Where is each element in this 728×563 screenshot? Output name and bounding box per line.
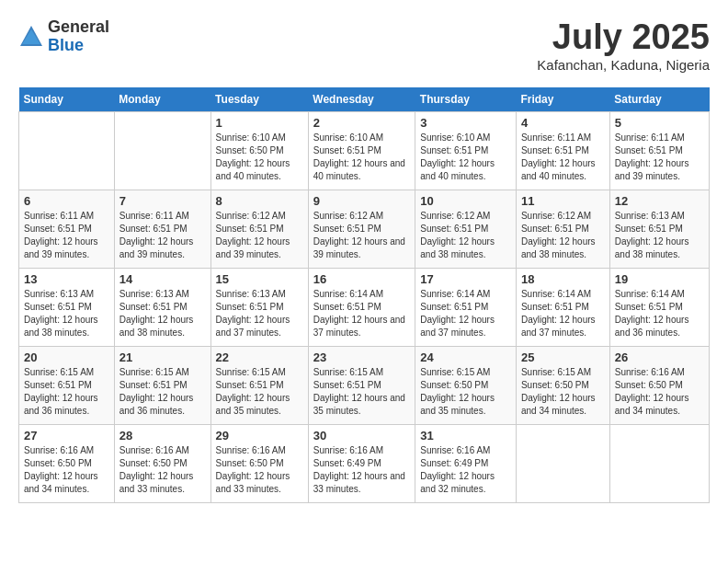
week-row-1: 1Sunrise: 6:10 AMSunset: 6:50 PMDaylight…	[19, 111, 710, 190]
day-info: Sunrise: 6:14 AMSunset: 6:51 PMDaylight:…	[615, 288, 704, 339]
day-info: Sunrise: 6:16 AMSunset: 6:49 PMDaylight:…	[313, 444, 410, 496]
day-number: 15	[216, 272, 303, 286]
week-row-5: 27Sunrise: 6:16 AMSunset: 6:50 PMDayligh…	[19, 424, 710, 502]
day-info: Sunrise: 6:12 AMSunset: 6:51 PMDaylight:…	[313, 210, 410, 261]
day-number: 6	[24, 194, 109, 208]
calendar-cell	[114, 111, 210, 190]
calendar-cell: 11Sunrise: 6:12 AMSunset: 6:51 PMDayligh…	[516, 190, 609, 268]
calendar-cell: 17Sunrise: 6:14 AMSunset: 6:51 PMDayligh…	[415, 268, 517, 346]
calendar-cell: 12Sunrise: 6:13 AMSunset: 6:51 PMDayligh…	[609, 190, 709, 268]
calendar-cell: 29Sunrise: 6:16 AMSunset: 6:50 PMDayligh…	[210, 424, 308, 502]
calendar-cell: 25Sunrise: 6:15 AMSunset: 6:50 PMDayligh…	[516, 346, 609, 424]
day-header-saturday: Saturday	[609, 87, 709, 112]
day-number: 19	[615, 272, 704, 286]
calendar-cell: 4Sunrise: 6:11 AMSunset: 6:51 PMDaylight…	[516, 111, 609, 190]
day-header-monday: Monday	[114, 87, 210, 112]
title-block: July 2025 Kafanchan, Kaduna, Nigeria	[537, 18, 710, 73]
calendar-cell: 19Sunrise: 6:14 AMSunset: 6:51 PMDayligh…	[609, 268, 709, 346]
calendar-cell: 31Sunrise: 6:16 AMSunset: 6:49 PMDayligh…	[415, 424, 517, 502]
day-number: 20	[24, 350, 109, 364]
location-text: Kafanchan, Kaduna, Nigeria	[537, 57, 710, 73]
calendar-cell: 1Sunrise: 6:10 AMSunset: 6:50 PMDaylight…	[210, 111, 308, 190]
day-info: Sunrise: 6:15 AMSunset: 6:50 PMDaylight:…	[521, 366, 605, 418]
day-info: Sunrise: 6:10 AMSunset: 6:51 PMDaylight:…	[313, 132, 410, 183]
calendar-cell: 5Sunrise: 6:11 AMSunset: 6:51 PMDaylight…	[609, 111, 709, 190]
day-number: 3	[420, 116, 511, 130]
logo-icon	[18, 24, 44, 50]
day-info: Sunrise: 6:13 AMSunset: 6:51 PMDaylight:…	[615, 210, 704, 261]
day-number: 26	[615, 350, 704, 364]
day-number: 29	[216, 429, 303, 442]
calendar-cell: 24Sunrise: 6:15 AMSunset: 6:50 PMDayligh…	[415, 346, 517, 424]
day-number: 31	[420, 429, 511, 442]
day-info: Sunrise: 6:16 AMSunset: 6:50 PMDaylight:…	[119, 444, 206, 496]
calendar-cell: 14Sunrise: 6:13 AMSunset: 6:51 PMDayligh…	[114, 268, 210, 346]
day-number: 4	[521, 116, 605, 130]
day-number: 10	[420, 194, 511, 208]
day-number: 28	[119, 429, 206, 442]
day-info: Sunrise: 6:10 AMSunset: 6:51 PMDaylight:…	[420, 132, 511, 183]
logo-text: General Blue	[48, 18, 109, 55]
day-info: Sunrise: 6:10 AMSunset: 6:50 PMDaylight:…	[216, 132, 303, 183]
day-info: Sunrise: 6:12 AMSunset: 6:51 PMDaylight:…	[521, 210, 605, 261]
page-header: General Blue July 2025 Kafanchan, Kaduna…	[18, 18, 710, 73]
calendar-cell	[516, 424, 609, 502]
day-info: Sunrise: 6:15 AMSunset: 6:51 PMDaylight:…	[216, 366, 303, 418]
svg-marker-1	[22, 29, 40, 44]
calendar-cell: 3Sunrise: 6:10 AMSunset: 6:51 PMDaylight…	[415, 111, 517, 190]
day-info: Sunrise: 6:11 AMSunset: 6:51 PMDaylight:…	[521, 132, 605, 183]
day-number: 14	[119, 272, 206, 286]
day-header-wednesday: Wednesday	[308, 87, 415, 112]
calendar-cell: 18Sunrise: 6:14 AMSunset: 6:51 PMDayligh…	[516, 268, 609, 346]
day-number: 16	[313, 272, 410, 286]
day-number: 18	[521, 272, 605, 286]
days-header-row: SundayMondayTuesdayWednesdayThursdayFrid…	[19, 87, 710, 112]
day-number: 30	[313, 429, 410, 442]
day-number: 7	[119, 194, 206, 208]
day-info: Sunrise: 6:14 AMSunset: 6:51 PMDaylight:…	[313, 288, 410, 339]
day-header-sunday: Sunday	[19, 87, 115, 112]
day-info: Sunrise: 6:16 AMSunset: 6:50 PMDaylight:…	[216, 444, 303, 496]
day-info: Sunrise: 6:15 AMSunset: 6:51 PMDaylight:…	[313, 366, 410, 418]
calendar-cell: 2Sunrise: 6:10 AMSunset: 6:51 PMDaylight…	[308, 111, 415, 190]
day-number: 9	[313, 194, 410, 208]
calendar-cell: 28Sunrise: 6:16 AMSunset: 6:50 PMDayligh…	[114, 424, 210, 502]
day-number: 12	[615, 194, 704, 208]
day-number: 8	[216, 194, 303, 208]
calendar-cell: 30Sunrise: 6:16 AMSunset: 6:49 PMDayligh…	[308, 424, 415, 502]
logo-blue-text: Blue	[48, 37, 109, 55]
calendar-cell	[609, 424, 709, 502]
calendar-cell: 9Sunrise: 6:12 AMSunset: 6:51 PMDaylight…	[308, 190, 415, 268]
day-number: 1	[216, 116, 303, 130]
logo-general-text: General	[48, 18, 109, 37]
day-header-thursday: Thursday	[415, 87, 517, 112]
day-info: Sunrise: 6:15 AMSunset: 6:51 PMDaylight:…	[24, 366, 109, 418]
calendar-cell: 22Sunrise: 6:15 AMSunset: 6:51 PMDayligh…	[210, 346, 308, 424]
day-info: Sunrise: 6:11 AMSunset: 6:51 PMDaylight:…	[615, 132, 704, 183]
day-info: Sunrise: 6:12 AMSunset: 6:51 PMDaylight:…	[420, 210, 511, 261]
calendar-cell: 23Sunrise: 6:15 AMSunset: 6:51 PMDayligh…	[308, 346, 415, 424]
day-info: Sunrise: 6:16 AMSunset: 6:50 PMDaylight:…	[615, 366, 704, 418]
calendar-cell: 16Sunrise: 6:14 AMSunset: 6:51 PMDayligh…	[308, 268, 415, 346]
day-number: 27	[24, 429, 109, 442]
day-info: Sunrise: 6:12 AMSunset: 6:51 PMDaylight:…	[216, 210, 303, 261]
calendar-cell: 20Sunrise: 6:15 AMSunset: 6:51 PMDayligh…	[19, 346, 115, 424]
day-info: Sunrise: 6:13 AMSunset: 6:51 PMDaylight:…	[24, 288, 109, 339]
calendar-cell: 26Sunrise: 6:16 AMSunset: 6:50 PMDayligh…	[609, 346, 709, 424]
day-number: 21	[119, 350, 206, 364]
day-info: Sunrise: 6:15 AMSunset: 6:51 PMDaylight:…	[119, 366, 206, 418]
day-number: 11	[521, 194, 605, 208]
month-title: July 2025	[537, 18, 710, 57]
calendar-table: SundayMondayTuesdayWednesdayThursdayFrid…	[18, 87, 710, 503]
day-number: 2	[313, 116, 410, 130]
day-number: 17	[420, 272, 511, 286]
calendar-cell: 15Sunrise: 6:13 AMSunset: 6:51 PMDayligh…	[210, 268, 308, 346]
day-info: Sunrise: 6:14 AMSunset: 6:51 PMDaylight:…	[521, 288, 605, 339]
calendar-cell: 21Sunrise: 6:15 AMSunset: 6:51 PMDayligh…	[114, 346, 210, 424]
day-info: Sunrise: 6:14 AMSunset: 6:51 PMDaylight:…	[420, 288, 511, 339]
day-info: Sunrise: 6:13 AMSunset: 6:51 PMDaylight:…	[216, 288, 303, 339]
calendar-cell: 6Sunrise: 6:11 AMSunset: 6:51 PMDaylight…	[19, 190, 115, 268]
logo: General Blue	[18, 18, 109, 55]
week-row-3: 13Sunrise: 6:13 AMSunset: 6:51 PMDayligh…	[19, 268, 710, 346]
day-number: 23	[313, 350, 410, 364]
